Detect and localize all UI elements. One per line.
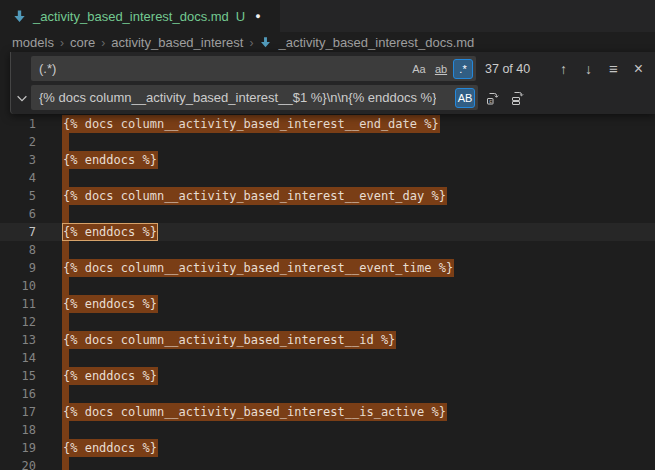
find-replace-widget: (.*) Aa ab .* 37 of 40 ↑ ↓ ≡ × {% docs c… — [10, 52, 655, 114]
line-content: {% enddocs %} — [62, 295, 158, 313]
line-content — [62, 385, 69, 403]
line-number: 17 — [0, 403, 36, 421]
line-content: {% docs column__activity_based_interest_… — [62, 187, 447, 205]
line-content: {% enddocs %} — [62, 367, 158, 385]
breadcrumb-item-file[interactable]: _activity_based_interest_docs.md — [277, 35, 475, 50]
replace-input-value: {% docs column__activity_based_interest_… — [39, 90, 436, 105]
regex-toggle[interactable]: .* — [453, 59, 473, 79]
breadcrumb-separator-icon: › — [249, 36, 253, 50]
line-content: {% docs column__activity_based_interest_… — [62, 115, 440, 133]
editor[interactable]: 1{% docs column__activity_based_interest… — [0, 52, 655, 470]
line-number: 6 — [0, 205, 36, 223]
replace-input[interactable]: {% docs column__activity_based_interest_… — [31, 85, 478, 110]
line-content — [62, 169, 69, 187]
empty-line-match-mark — [62, 133, 69, 151]
match-case-toggle[interactable]: Aa — [409, 59, 429, 79]
line-content: {% enddocs %} — [62, 151, 158, 169]
line-number: 15 — [0, 367, 36, 385]
vscode-window: _activity_based_interest_docs.md U ● mod… — [0, 0, 655, 470]
breadcrumb-item-core[interactable]: core — [69, 35, 96, 50]
line-content — [62, 421, 69, 439]
line-number: 11 — [0, 295, 36, 313]
editor-line[interactable]: 7{% enddocs %} — [0, 223, 655, 241]
preserve-case-toggle[interactable]: AB — [455, 88, 475, 108]
line-number: 10 — [0, 277, 36, 295]
line-number: 7 — [0, 223, 36, 241]
line-content — [62, 457, 69, 470]
breadcrumb-item-activity-based-interest[interactable]: activity_based_interest — [110, 35, 244, 50]
find-input-value: (.*) — [39, 61, 56, 76]
find-match: {% enddocs %} — [62, 295, 158, 313]
line-content: {% docs column__activity_based_interest_… — [62, 331, 396, 349]
find-match: {% docs column__activity_based_interest_… — [62, 115, 440, 133]
line-number: 9 — [0, 259, 36, 277]
editor-line[interactable]: 5{% docs column__activity_based_interest… — [0, 187, 655, 205]
editor-line[interactable]: 13{% docs column__activity_based_interes… — [0, 331, 655, 349]
line-number: 16 — [0, 385, 36, 403]
find-match: {% docs column__activity_based_interest_… — [62, 331, 396, 349]
find-match: {% enddocs %} — [62, 367, 158, 385]
editor-line[interactable]: 8 — [0, 241, 655, 259]
line-number: 5 — [0, 187, 36, 205]
tab-active[interactable]: _activity_based_interest_docs.md U ● — [0, 0, 280, 32]
close-button[interactable]: × — [628, 58, 649, 80]
replace-all-button[interactable] — [507, 87, 528, 109]
find-in-selection-button[interactable]: ≡ — [603, 58, 624, 80]
line-content: {% enddocs %} — [62, 223, 158, 241]
line-number: 3 — [0, 151, 36, 169]
line-content: {% enddocs %} — [62, 439, 158, 457]
editor-line[interactable]: 3{% enddocs %} — [0, 151, 655, 169]
find-match: {% docs column__activity_based_interest_… — [62, 403, 447, 421]
line-number: 18 — [0, 421, 36, 439]
editor-line[interactable]: 12 — [0, 313, 655, 331]
find-match: {% docs column__activity_based_interest_… — [62, 187, 447, 205]
next-match-button[interactable]: ↓ — [578, 58, 599, 80]
line-content — [62, 133, 69, 151]
line-content — [62, 277, 69, 295]
editor-line[interactable]: 19{% enddocs %} — [0, 439, 655, 457]
editor-line[interactable]: 14 — [0, 349, 655, 367]
editor-line[interactable]: 11{% enddocs %} — [0, 295, 655, 313]
line-number: 19 — [0, 439, 36, 457]
find-match: {% enddocs %} — [62, 151, 158, 169]
editor-line[interactable]: 18 — [0, 421, 655, 439]
find-match: {% docs column__activity_based_interest_… — [62, 259, 454, 277]
line-number: 13 — [0, 331, 36, 349]
editor-line[interactable]: 2 — [0, 133, 655, 151]
find-match: {% enddocs %} — [62, 439, 158, 457]
previous-match-button[interactable]: ↑ — [553, 58, 574, 80]
line-content — [62, 205, 69, 223]
find-input[interactable]: (.*) Aa ab .* — [31, 56, 476, 81]
editor-line[interactable]: 1{% docs column__activity_based_interest… — [0, 115, 655, 133]
markdown-file-icon — [259, 36, 272, 49]
replace-button[interactable]: c — [482, 87, 503, 109]
editor-line[interactable]: 17{% docs column__activity_based_interes… — [0, 403, 655, 421]
current-find-match: {% enddocs %} — [62, 223, 158, 241]
editor-line[interactable]: 6 — [0, 205, 655, 223]
editor-line[interactable]: 20 — [0, 457, 655, 470]
whole-word-toggle[interactable]: ab — [431, 59, 451, 79]
line-content — [62, 241, 69, 259]
breadcrumb: models › core › activity_based_interest … — [0, 32, 655, 53]
toggle-replace-chevron-down-icon[interactable] — [14, 90, 30, 106]
line-content: {% docs column__activity_based_interest_… — [62, 259, 454, 277]
empty-line-match-mark — [62, 169, 69, 187]
editor-line[interactable]: 15{% enddocs %} — [0, 367, 655, 385]
editor-line[interactable]: 9{% docs column__activity_based_interest… — [0, 259, 655, 277]
find-row: (.*) Aa ab .* 37 of 40 ↑ ↓ ≡ × — [31, 56, 649, 81]
line-number: 20 — [0, 457, 36, 470]
line-number: 1 — [0, 115, 36, 133]
editor-line[interactable]: 10 — [0, 277, 655, 295]
editor-line[interactable]: 4 — [0, 169, 655, 187]
empty-line-match-mark — [62, 457, 69, 470]
markdown-file-icon — [12, 9, 27, 24]
empty-line-match-mark — [62, 349, 69, 367]
breadcrumb-item-models[interactable]: models — [11, 35, 55, 50]
line-number: 8 — [0, 241, 36, 259]
breadcrumb-separator-icon: › — [60, 36, 64, 50]
editor-line[interactable]: 16 — [0, 385, 655, 403]
tab-title: _activity_based_interest_docs.md — [33, 9, 229, 24]
modified-indicator-dot[interactable]: ● — [255, 11, 260, 21]
editor-lines: 1{% docs column__activity_based_interest… — [0, 115, 655, 470]
svg-text:c: c — [488, 98, 491, 104]
